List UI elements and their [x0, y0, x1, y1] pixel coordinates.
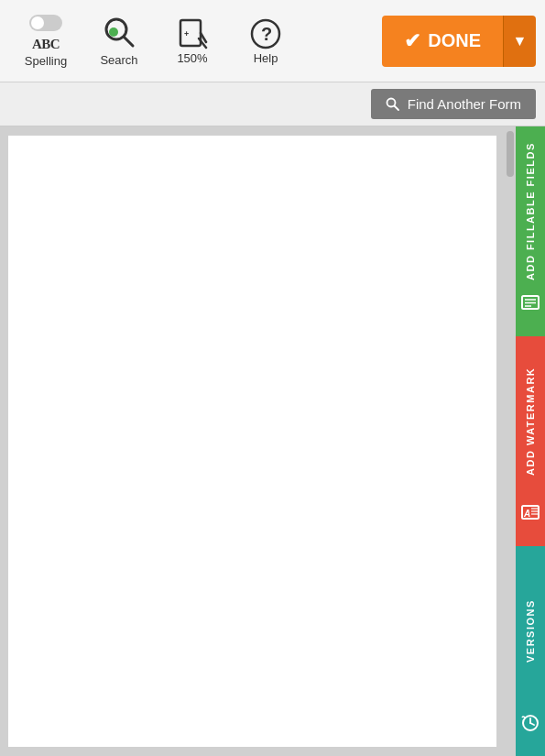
spelling-label: Spelling: [25, 54, 67, 68]
done-dropdown-arrow-icon: ▼: [513, 33, 528, 49]
find-search-icon: [386, 97, 400, 112]
done-checkmark-icon: ✔: [404, 29, 420, 53]
spelling-button[interactable]: ABC Spelling: [9, 5, 82, 78]
help-button[interactable]: ? Help: [229, 5, 302, 78]
search-button[interactable]: Search: [82, 5, 156, 78]
svg-text:+: +: [184, 29, 189, 38]
find-form-bar: Find Another Form: [0, 82, 545, 126]
svg-text:A: A: [523, 509, 530, 519]
done-label: DONE: [428, 30, 481, 51]
svg-line-9: [394, 105, 398, 110]
versions-label: VERSIONS: [525, 557, 536, 706]
zoom-button[interactable]: + 150%: [156, 5, 229, 78]
search-icon: [102, 15, 136, 49]
fillable-fields-icon: [520, 293, 540, 318]
main-content-area: ADD FILLABLE FIELDS ADD WATERMARK A: [0, 126, 545, 756]
spelling-abc-icon: ABC: [32, 37, 60, 52]
svg-text:?: ?: [261, 24, 272, 44]
green-status-dot: [109, 27, 118, 37]
svg-line-1: [124, 37, 133, 46]
done-dropdown-button[interactable]: ▼: [503, 16, 536, 67]
toolbar: ABC Spelling Search + 150% ? Help: [0, 0, 545, 82]
document-page: [8, 136, 496, 747]
watermark-label: ADD WATERMARK: [525, 347, 536, 496]
document-scrollbar[interactable]: [505, 126, 516, 756]
spelling-toggle[interactable]: [29, 15, 62, 31]
versions-history-icon: [520, 713, 540, 738]
watermark-icon: A: [520, 503, 540, 528]
zoom-label: 150%: [177, 51, 207, 65]
zoom-icon: +: [175, 16, 210, 51]
add-watermark-panel[interactable]: ADD WATERMARK A: [516, 336, 545, 546]
help-icon: ?: [248, 16, 283, 51]
done-button-group: ✔ DONE ▼: [382, 16, 536, 67]
scrollbar-thumb[interactable]: [507, 131, 514, 177]
search-label: Search: [100, 53, 137, 67]
help-label: Help: [254, 51, 278, 65]
versions-panel[interactable]: VERSIONS: [516, 546, 545, 756]
right-side-panels: ADD FILLABLE FIELDS ADD WATERMARK A: [516, 126, 545, 756]
find-another-form-label: Find Another Form: [408, 96, 521, 112]
document-container: [0, 126, 516, 756]
add-fillable-fields-panel[interactable]: ADD FILLABLE FIELDS: [516, 126, 545, 336]
find-another-form-button[interactable]: Find Another Form: [371, 89, 536, 119]
fillable-fields-label: ADD FILLABLE FIELDS: [525, 137, 536, 286]
done-main-button[interactable]: ✔ DONE: [382, 16, 503, 67]
